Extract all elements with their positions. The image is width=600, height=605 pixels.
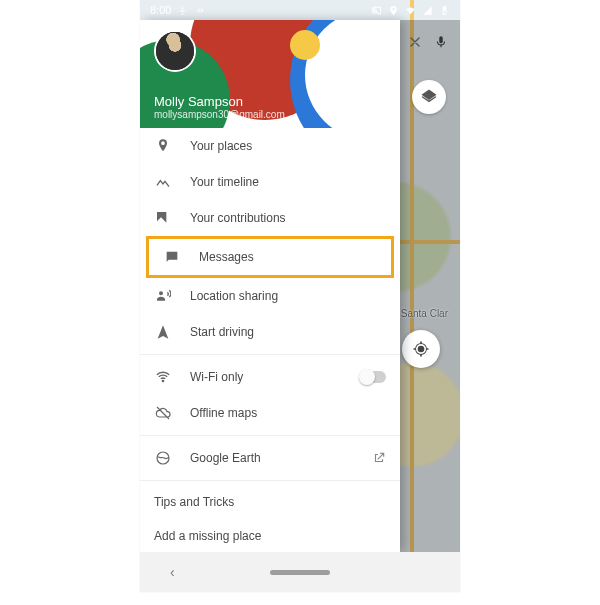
mic-icon [434,35,448,49]
menu-your-contributions[interactable]: Your contributions [140,200,400,236]
wifi-status-icon [405,5,416,16]
messages-icon [163,249,181,265]
search-bar-tail [406,28,450,56]
menu-add-missing-place[interactable]: Add a missing place [140,519,400,552]
earth-icon [154,450,172,466]
back-button[interactable]: ‹ [170,564,175,580]
menu-offline-maps[interactable]: Offline maps [140,395,400,431]
open-external-icon [372,451,386,465]
drawer-header[interactable]: Molly Sampson mollysampson30@gmail.com [140,20,400,128]
wifi-only-toggle[interactable] [360,371,386,383]
navigation-icon [154,324,172,340]
divider [140,435,400,436]
layers-button[interactable] [412,80,446,114]
link-icon [194,5,205,16]
contributions-icon [154,210,172,226]
account-switcher-caret[interactable] [380,111,388,116]
divider [140,480,400,481]
navigation-drawer: Molly Sampson mollysampson30@gmail.com Y… [140,20,400,552]
layers-icon [420,88,438,106]
yelp-icon [177,5,188,16]
voice-search-button[interactable] [432,32,450,52]
location-sharing-icon [154,288,172,304]
wifi-icon [154,369,172,385]
my-location-button[interactable] [402,330,440,368]
cast-icon [371,5,382,16]
menu-label: Location sharing [190,289,278,303]
menu-wifi-only[interactable]: Wi-Fi only [140,359,400,395]
divider [140,354,400,355]
search-close-button[interactable] [406,32,424,52]
phone-frame: Santa Clar 8:00 [140,0,460,592]
menu-your-timeline[interactable]: Your timeline [140,164,400,200]
location-status-icon [388,5,399,16]
my-location-icon [411,339,431,359]
menu-label: Offline maps [190,406,257,420]
menu-label: Messages [199,250,254,264]
menu-label: Your timeline [190,175,259,189]
messages-highlight: Messages [146,236,394,278]
battery-status-icon [439,5,450,16]
cell-status-icon [422,5,433,16]
menu-your-places[interactable]: Your places [140,128,400,164]
menu-label: Your contributions [190,211,286,225]
place-icon [154,138,172,154]
home-gesture-pill[interactable] [270,570,330,575]
menu-label: Your places [190,139,252,153]
system-nav-bar: ‹ [140,552,460,592]
menu-messages[interactable]: Messages [149,239,391,275]
menu-label: Google Earth [190,451,261,465]
avatar[interactable] [154,30,196,72]
menu-label: Start driving [190,325,254,339]
menu-label: Wi-Fi only [190,370,243,384]
menu-location-sharing[interactable]: Location sharing [140,278,400,314]
drawer-menu: Your places Your timeline Your contribut… [140,128,400,552]
menu-google-earth[interactable]: Google Earth [140,440,400,476]
menu-start-driving[interactable]: Start driving [140,314,400,350]
account-email: mollysampson30@gmail.com [154,109,285,120]
timeline-icon [154,174,172,190]
status-time: 8:00 [150,4,171,16]
map-city-label: Santa Clar [401,308,448,319]
menu-tips-and-tricks[interactable]: Tips and Tricks [140,485,400,519]
close-icon [407,34,423,50]
account-name: Molly Sampson [154,94,285,109]
status-bar: 8:00 [140,0,460,20]
cloud-off-icon [154,405,172,421]
